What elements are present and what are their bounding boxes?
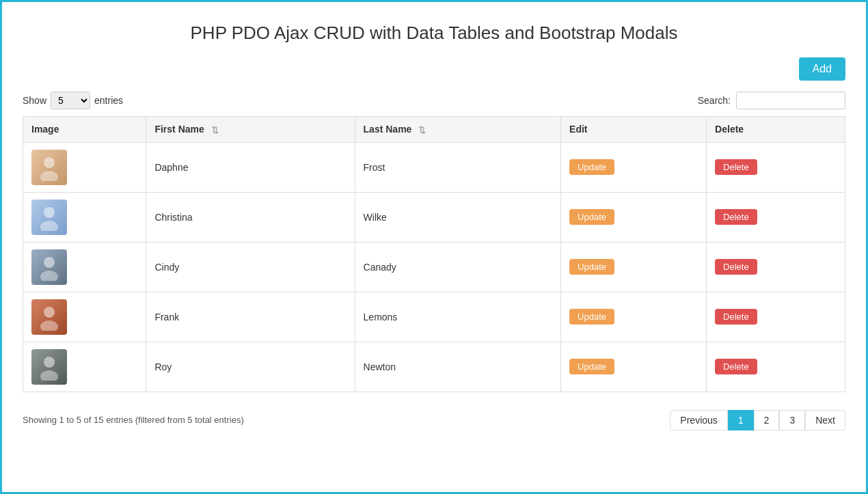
update-button[interactable]: Update <box>569 359 614 374</box>
search-label: Search: <box>698 95 731 106</box>
cell-first-name: Christina <box>146 192 355 242</box>
svg-point-1 <box>40 171 58 181</box>
entries-label: entries <box>94 95 123 106</box>
delete-button[interactable]: Delete <box>715 259 757 275</box>
cell-first-name: Roy <box>146 342 355 392</box>
entries-select[interactable]: 5102550100 <box>51 92 90 109</box>
next-button[interactable]: Next <box>805 410 845 430</box>
cell-edit: Update <box>561 192 707 242</box>
prev-button[interactable]: Previous <box>670 410 727 430</box>
page-3-button[interactable]: 3 <box>779 410 805 430</box>
update-button[interactable]: Update <box>569 309 614 325</box>
svg-point-3 <box>40 221 58 231</box>
cell-first-name: Cindy <box>146 242 355 292</box>
svg-point-5 <box>40 271 58 281</box>
cell-delete: Delete <box>707 192 845 242</box>
avatar <box>31 150 67 185</box>
cell-image <box>23 142 146 192</box>
svg-point-7 <box>40 320 58 331</box>
table-info: Showing 1 to 5 of 15 entries (filtered f… <box>23 415 244 425</box>
delete-button[interactable]: Delete <box>715 359 757 374</box>
avatar <box>31 200 67 235</box>
table-header-row: Image First Name ⇅ Last Name ⇅ Edit Dele… <box>23 117 845 143</box>
add-button[interactable]: Add <box>799 57 845 81</box>
footer-row: Showing 1 to 5 of 15 entries (filtered f… <box>23 402 845 430</box>
svg-point-8 <box>44 357 55 368</box>
svg-point-0 <box>44 157 55 168</box>
col-edit: Edit <box>561 117 707 143</box>
cell-first-name: Daphne <box>146 142 355 192</box>
search-box: Search: <box>698 92 845 109</box>
col-last-name[interactable]: Last Name ⇅ <box>355 117 561 143</box>
update-button[interactable]: Update <box>569 159 614 175</box>
cell-last-name: Canady <box>355 242 561 292</box>
sort-icon-lastname: ⇅ <box>418 125 426 135</box>
cell-image <box>23 192 146 242</box>
table-row: DaphneFrostUpdateDelete <box>23 142 845 192</box>
cell-edit: Update <box>561 242 707 292</box>
table-row: CindyCanadyUpdateDelete <box>23 242 845 292</box>
col-first-name[interactable]: First Name ⇅ <box>146 117 355 143</box>
cell-edit: Update <box>561 142 707 192</box>
table-row: RoyNewtonUpdateDelete <box>23 342 845 392</box>
svg-point-9 <box>40 370 58 381</box>
update-button[interactable]: Update <box>569 209 614 225</box>
table-row: ChristinaWilkeUpdateDelete <box>23 192 845 242</box>
page-2-button[interactable]: 2 <box>754 410 780 430</box>
cell-edit: Update <box>561 342 707 392</box>
page-title: PHP PDO Ajax CRUD with Data Tables and B… <box>23 23 845 44</box>
controls-bar: Show 5102550100 entries Search: <box>23 92 845 109</box>
update-button[interactable]: Update <box>569 259 614 275</box>
delete-button[interactable]: Delete <box>715 309 757 325</box>
svg-point-4 <box>44 257 55 268</box>
cell-image <box>23 342 146 392</box>
page-1-button[interactable]: 1 <box>728 410 754 430</box>
show-label: Show <box>23 95 46 106</box>
data-table: Image First Name ⇅ Last Name ⇅ Edit Dele… <box>23 116 845 392</box>
cell-delete: Delete <box>707 242 845 292</box>
avatar <box>31 349 67 385</box>
cell-last-name: Lemons <box>355 292 561 342</box>
delete-button[interactable]: Delete <box>715 209 757 225</box>
cell-last-name: Frost <box>355 142 561 192</box>
table-row: FrankLemonsUpdateDelete <box>23 292 845 342</box>
cell-last-name: Wilke <box>355 192 561 242</box>
cell-first-name: Frank <box>146 292 355 342</box>
cell-last-name: Newton <box>355 342 561 392</box>
delete-button[interactable]: Delete <box>715 159 757 175</box>
cell-delete: Delete <box>707 292 845 342</box>
avatar <box>31 249 67 285</box>
pagination: Previous 1 2 3 Next <box>670 410 845 430</box>
cell-image <box>23 242 146 292</box>
cell-delete: Delete <box>707 142 845 192</box>
col-delete: Delete <box>707 117 845 143</box>
avatar <box>31 299 67 335</box>
sort-icon-firstname: ⇅ <box>211 125 219 135</box>
cell-delete: Delete <box>707 342 845 392</box>
col-image: Image <box>23 117 146 143</box>
cell-image <box>23 292 146 342</box>
search-input[interactable] <box>736 92 845 109</box>
show-entries: Show 5102550100 entries <box>23 92 123 109</box>
cell-edit: Update <box>561 292 707 342</box>
toolbar: Add <box>23 57 845 81</box>
svg-point-2 <box>44 207 55 218</box>
svg-point-6 <box>44 307 55 318</box>
